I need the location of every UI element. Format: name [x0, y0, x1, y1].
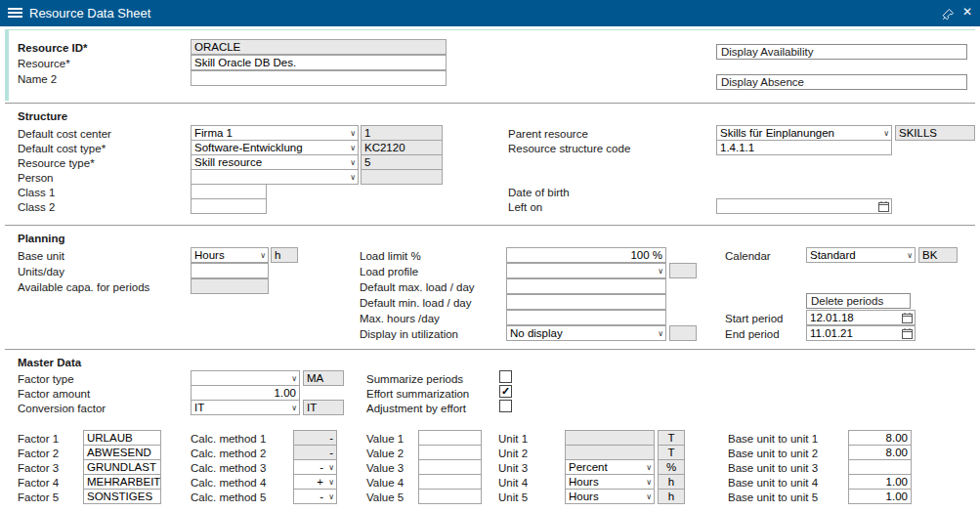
- calc-method-5-label: Calc. method 5: [191, 491, 266, 504]
- calendar-icon[interactable]: [902, 328, 913, 339]
- name2-label: Name 2: [18, 72, 57, 86]
- selected-value: -: [320, 491, 323, 502]
- section-divider: [5, 103, 975, 104]
- units-day-input[interactable]: [191, 263, 269, 278]
- pin-icon[interactable]: [942, 7, 955, 20]
- value-3-input[interactable]: [418, 459, 482, 475]
- calc-method-2-field: -: [293, 445, 337, 460]
- default-cost-type-select[interactable]: Software-Entwicklung ∨: [191, 140, 359, 155]
- display-in-utilization-select[interactable]: No display ∨: [506, 325, 666, 341]
- value-5-label: Value 5: [366, 491, 404, 504]
- class2-label: Class 2: [18, 200, 55, 214]
- selected-value: Hours: [569, 476, 599, 488]
- calc-method-3-select[interactable]: - ∨: [293, 459, 337, 475]
- value-5-input[interactable]: [418, 489, 482, 504]
- factor-4-field[interactable]: MEHRARBEIT: [83, 474, 161, 490]
- base-unit-to-unit-2-input[interactable]: 8.00: [848, 445, 912, 460]
- adjustment-by-effort-label: Adjustment by effort: [366, 402, 466, 415]
- selected-value: +: [317, 476, 323, 488]
- name2-input[interactable]: [191, 70, 447, 86]
- adjustment-by-effort-checkbox[interactable]: [499, 400, 512, 412]
- resource-structure-code-input[interactable]: 1.4.1.1: [716, 140, 892, 155]
- left-on-input[interactable]: [716, 198, 892, 214]
- start-period-input[interactable]: 12.01.18: [806, 310, 916, 325]
- factor-2-label: Factor 2: [18, 447, 59, 460]
- summarize-periods-checkbox[interactable]: [499, 370, 512, 383]
- default-cost-center-select[interactable]: Firma 1 ∨: [191, 125, 359, 141]
- base-unit-to-unit-4-input[interactable]: 1.00: [848, 474, 912, 490]
- chevron-down-icon: ∨: [350, 142, 356, 154]
- base-unit-to-unit-1-input[interactable]: 8.00: [848, 430, 912, 446]
- display-absence-button[interactable]: Display Absence: [716, 74, 967, 90]
- base-unit-to-unit-3-label: Base unit to unit 3: [728, 461, 818, 475]
- factor-2-field[interactable]: ABWESEND: [83, 445, 161, 460]
- calc-method-5-select[interactable]: - ∨: [293, 489, 337, 504]
- parent-resource-label: Parent resource: [508, 127, 588, 141]
- value-2-input[interactable]: [418, 445, 482, 460]
- factor-5-field[interactable]: SONSTIGES: [83, 489, 161, 504]
- class2-input[interactable]: [191, 198, 267, 214]
- delete-periods-button[interactable]: Delete periods: [806, 293, 911, 309]
- menu-icon[interactable]: [8, 8, 22, 20]
- unit-1-field: [565, 430, 655, 446]
- load-profile-select[interactable]: ∨: [506, 263, 666, 278]
- load-limit-input[interactable]: 100 %: [506, 247, 666, 263]
- base-unit-to-unit-5-input[interactable]: 1.00: [848, 489, 912, 504]
- class1-input[interactable]: [191, 184, 267, 199]
- factor-3-field[interactable]: GRUNDLAST: [83, 459, 161, 475]
- chevron-down-icon: ∨: [328, 491, 334, 503]
- chevron-down-icon: ∨: [350, 127, 356, 140]
- calc-method-3-label: Calc. method 3: [191, 461, 266, 475]
- resource-id-field[interactable]: ORACLE: [191, 39, 447, 55]
- end-period-input[interactable]: 11.01.21: [806, 325, 916, 341]
- value-4-label: Value 4: [366, 476, 404, 490]
- calc-method-4-select[interactable]: + ∨: [293, 474, 337, 490]
- unit-4-label: Unit 4: [498, 476, 528, 490]
- factor-1-field[interactable]: URLAUB: [83, 430, 161, 446]
- calendar-select[interactable]: Standard ∨: [806, 247, 916, 263]
- close-icon[interactable]: ✕: [962, 5, 972, 19]
- units-day-label: Units/day: [18, 265, 64, 278]
- parent-resource-select[interactable]: Skills für Einplanungen ∨: [716, 125, 892, 141]
- chevron-down-icon: ∨: [350, 156, 356, 169]
- unit-4-code: h: [658, 474, 685, 490]
- calendar-icon[interactable]: [878, 201, 889, 212]
- base-unit-to-unit-2-label: Base unit to unit 2: [728, 447, 818, 460]
- default-cost-type-code: KC2120: [361, 140, 443, 155]
- base-unit-select[interactable]: Hours ∨: [191, 247, 269, 263]
- display-availability-button[interactable]: Display Availability: [716, 44, 967, 60]
- resource-input[interactable]: Skill Oracle DB Des.: [191, 55, 447, 70]
- default-min-load-input[interactable]: [506, 294, 666, 310]
- unit-5-select[interactable]: Hours ∨: [565, 489, 655, 504]
- factor-type-label: Factor type: [18, 372, 74, 386]
- parent-resource-code: SKILLS: [895, 125, 975, 141]
- master-data-section-title: Master Data: [18, 356, 81, 369]
- base-unit-label: Base unit: [18, 249, 64, 263]
- base-unit-to-unit-5-label: Base unit to unit 5: [728, 491, 818, 504]
- chevron-down-icon: ∨: [646, 461, 652, 474]
- value-4-input[interactable]: [418, 474, 482, 490]
- display-in-utilization-code: [669, 325, 697, 341]
- factor-amount-input[interactable]: 1.00: [191, 385, 300, 401]
- selected-value: Firma 1: [194, 127, 233, 139]
- unit-4-select[interactable]: Hours ∨: [565, 474, 655, 490]
- summarize-periods-label: Summarize periods: [366, 372, 463, 386]
- default-cost-center-code: 1: [361, 125, 443, 141]
- unit-2-field: [565, 445, 655, 460]
- base-unit-to-unit-3-input[interactable]: [848, 459, 912, 475]
- factor-type-select[interactable]: ∨: [191, 370, 300, 386]
- default-max-load-input[interactable]: [506, 278, 666, 294]
- person-label: Person: [18, 171, 53, 185]
- conversion-factor-select[interactable]: IT ∨: [191, 400, 300, 415]
- calendar-icon[interactable]: [902, 313, 913, 323]
- effort-summarization-checkbox[interactable]: ✓: [499, 385, 512, 398]
- resource-type-select[interactable]: Skill resource ∨: [191, 154, 359, 170]
- end-period-value: 11.01.21: [810, 327, 853, 339]
- available-capa-field: [191, 278, 269, 294]
- unit-3-select[interactable]: Percent ∨: [565, 459, 655, 475]
- value-1-input[interactable]: [418, 430, 482, 446]
- max-hours-day-input[interactable]: [506, 310, 666, 325]
- unit-1-code: T: [658, 430, 685, 446]
- person-select[interactable]: ∨: [191, 169, 359, 185]
- titlebar: Resource Data Sheet ✕: [0, 0, 980, 26]
